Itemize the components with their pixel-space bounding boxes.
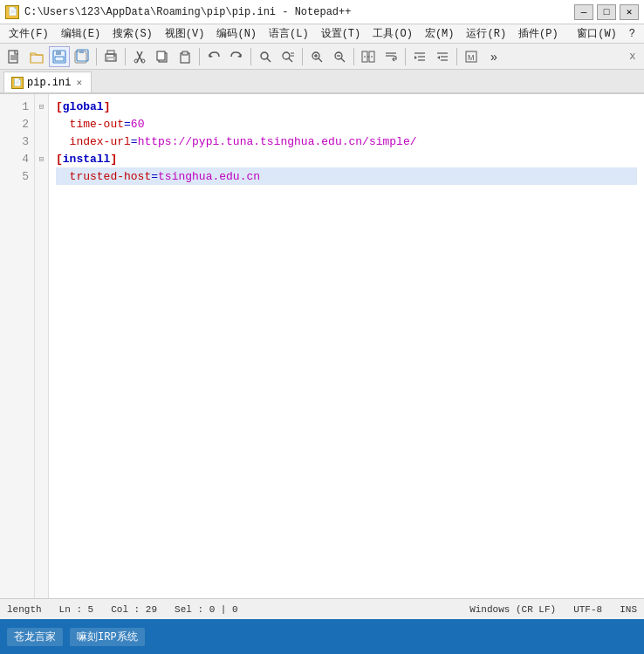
- svg-text:M: M: [468, 53, 475, 62]
- fold-btn-1[interactable]: ⊟: [35, 98, 48, 115]
- svg-rect-19: [182, 51, 188, 55]
- menu-macro[interactable]: 宏(M): [420, 25, 460, 42]
- svg-line-21: [267, 58, 271, 62]
- toolbar-sep-8: [456, 48, 457, 65]
- macros-button[interactable]: M: [461, 46, 482, 67]
- fold-margin: ⊟ ⊟: [35, 94, 49, 598]
- status-sel: Sel : 0 | 0: [175, 604, 238, 615]
- save-all-button[interactable]: [72, 46, 92, 67]
- eq-timeout: =: [124, 118, 131, 131]
- minimize-button[interactable]: —: [574, 4, 593, 20]
- eq-indexurl: =: [131, 135, 138, 148]
- key-trustedhost: trusted-host: [56, 170, 151, 183]
- cut-button[interactable]: [129, 46, 150, 67]
- fold-btn-4[interactable]: ⊟: [35, 150, 48, 167]
- status-bar: length Ln : 5 Col : 29 Sel : 0 | 0 Windo…: [0, 598, 644, 619]
- menu-plugins[interactable]: 插件(P): [513, 25, 564, 42]
- bracket-open-2: [: [56, 153, 63, 166]
- menu-edit[interactable]: 编辑(E): [56, 25, 106, 42]
- status-ins: INS: [620, 604, 637, 615]
- tab-close-x[interactable]: X: [624, 51, 641, 62]
- unindent-button[interactable]: [432, 46, 453, 67]
- save-button[interactable]: [49, 46, 70, 67]
- word-wrap-button[interactable]: [380, 46, 401, 67]
- copy-button[interactable]: [152, 46, 173, 67]
- val-trustedhost: tsinghua.edu.cn: [158, 170, 260, 183]
- code-line-4[interactable]: [install]: [56, 150, 637, 167]
- menu-window[interactable]: 窗口(W): [572, 25, 622, 42]
- code-line-1[interactable]: [global]: [56, 98, 637, 115]
- maximize-button[interactable]: □: [597, 4, 616, 20]
- menu-run[interactable]: 运行(R): [461, 25, 511, 42]
- title-bar: 📄 C:\Users\123\AppData\Roaming\pip\pip.i…: [0, 0, 644, 24]
- svg-point-22: [283, 52, 290, 59]
- code-line-2[interactable]: time-out=60: [56, 115, 637, 133]
- line-number-gutter: 1 2 3 4 5: [0, 94, 35, 598]
- code-editor[interactable]: [global] time-out=60 index-url=https://p…: [49, 94, 644, 598]
- svg-rect-17: [157, 51, 165, 60]
- line-num-4: 4: [7, 150, 29, 167]
- redo-button[interactable]: [226, 46, 247, 67]
- menu-search[interactable]: 搜索(S): [107, 25, 158, 42]
- menu-encoding[interactable]: 编码(N): [211, 25, 262, 42]
- taskbar-item-2[interactable]: 嘛刻IRP系统: [70, 628, 145, 646]
- app-icon: 📄: [5, 5, 19, 19]
- svg-line-29: [319, 58, 322, 62]
- line-num-5: 5: [7, 167, 29, 185]
- bracket-close-2: ]: [110, 153, 117, 166]
- toolbar-sep-3: [199, 48, 200, 65]
- line-num-3: 3: [7, 133, 29, 150]
- code-line-3[interactable]: index-url=https://pypi.tuna.tsinghua.edu…: [56, 133, 637, 150]
- print-button[interactable]: [100, 46, 121, 67]
- menu-view[interactable]: 视图(V): [160, 25, 210, 42]
- code-line-5[interactable]: trusted-host=tsinghua.edu.cn: [56, 167, 637, 185]
- editor-area: 1 2 3 4 5 ⊟ ⊟ [global] time-out=60 index…: [0, 94, 644, 598]
- section-global: global: [63, 100, 104, 113]
- toolbar-sep-1: [96, 48, 97, 65]
- menu-help[interactable]: ?: [624, 27, 641, 41]
- status-ln: Ln : 5: [59, 604, 94, 615]
- window-title: C:\Users\123\AppData\Roaming\pip\pip.ini…: [24, 6, 351, 18]
- toolbar: M » X: [0, 44, 644, 70]
- menu-file[interactable]: 文件(F): [3, 25, 54, 42]
- fold-btn-2: [35, 115, 48, 133]
- zoom-in-button[interactable]: [306, 46, 327, 67]
- svg-rect-0: [9, 51, 17, 63]
- find-in-files-button[interactable]: [277, 46, 298, 67]
- find-button[interactable]: [255, 46, 276, 67]
- tab-bar: 📄 pip.ini ✕: [0, 70, 644, 94]
- line-num-2: 2: [7, 115, 29, 133]
- indent-button[interactable]: [409, 46, 430, 67]
- tab-label: pip.ini: [27, 77, 71, 89]
- toolbar-sep-2: [125, 48, 126, 65]
- close-button[interactable]: ✕: [620, 4, 639, 20]
- tab-pip-ini[interactable]: 📄 pip.ini ✕: [3, 72, 92, 92]
- taskbar-item-1[interactable]: 苍龙言家: [7, 628, 63, 646]
- toolbar-sep-4: [250, 48, 251, 65]
- zoom-out-button[interactable]: [329, 46, 350, 67]
- taskbar: 苍龙言家 嘛刻IRP系统: [0, 619, 644, 654]
- open-button[interactable]: [26, 46, 47, 67]
- bracket-close-1: ]: [104, 100, 111, 113]
- val-indexurl: https://pypi.tuna.tsinghua.edu.cn/simple…: [138, 135, 417, 148]
- menu-settings[interactable]: 设置(T): [316, 25, 367, 42]
- toolbar-sep-6: [353, 48, 354, 65]
- menu-language[interactable]: 语言(L): [264, 25, 314, 42]
- window-controls[interactable]: — □ ✕: [574, 4, 639, 20]
- svg-rect-9: [79, 50, 84, 53]
- paste-button[interactable]: [175, 46, 195, 67]
- new-button[interactable]: [3, 46, 24, 67]
- key-indexurl: index-url: [56, 135, 131, 148]
- section-install: install: [63, 153, 111, 166]
- title-bar-left: 📄 C:\Users\123\AppData\Roaming\pip\pip.i…: [5, 5, 351, 19]
- sync-scroll-button[interactable]: [358, 46, 379, 67]
- undo-button[interactable]: [203, 46, 224, 67]
- tab-close-button[interactable]: ✕: [74, 77, 84, 88]
- status-col: Col : 29: [111, 604, 157, 615]
- menu-bar: 文件(F) 编辑(E) 搜索(S) 视图(V) 编码(N) 语言(L) 设置(T…: [0, 24, 644, 44]
- svg-point-20: [261, 52, 268, 59]
- more-button[interactable]: »: [483, 46, 504, 67]
- svg-rect-6: [55, 57, 64, 61]
- status-encoding: Windows (CR LF): [469, 604, 556, 615]
- menu-tools[interactable]: 工具(O): [367, 25, 418, 42]
